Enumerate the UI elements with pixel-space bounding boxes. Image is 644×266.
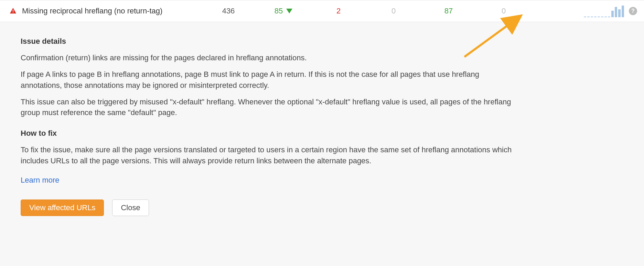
- details-paragraph: Confirmation (return) links are missing …: [21, 52, 516, 63]
- details-paragraph: If page A links to page B in hreflang an…: [21, 69, 516, 91]
- fix-paragraph: To fix the issue, make sure all the page…: [21, 144, 516, 166]
- issue-row[interactable]: Missing reciprocal hreflang (no return-t…: [0, 0, 644, 22]
- svg-rect-1: [13, 12, 13, 13]
- view-affected-urls-button[interactable]: View affected URLs: [21, 200, 104, 216]
- col-added-value: 85: [275, 7, 283, 16]
- warning-icon: [8, 7, 18, 15]
- issue-name: Missing reciprocal hreflang (no return-t…: [22, 7, 201, 16]
- col-total: 436: [201, 7, 256, 16]
- col-zero2: 0: [476, 7, 531, 16]
- details-paragraph: This issue can also be triggered by misu…: [21, 96, 516, 119]
- svg-rect-0: [13, 10, 13, 11]
- close-button[interactable]: Close: [112, 200, 149, 216]
- col-green2: 87: [421, 7, 476, 16]
- how-to-fix-heading: How to fix: [21, 128, 516, 139]
- actions-row: View affected URLs Close: [21, 200, 516, 216]
- col-added: 85: [256, 7, 311, 16]
- help-icon[interactable]: ?: [629, 7, 637, 15]
- sparkline-chart[interactable]: [584, 5, 624, 17]
- caret-down-icon: [286, 9, 292, 13]
- issue-details-panel: Issue details Confirmation (return) link…: [0, 22, 537, 233]
- col-zero1: 0: [366, 7, 421, 16]
- issue-details-heading: Issue details: [21, 36, 516, 47]
- col-new: 2: [311, 7, 366, 16]
- learn-more-link[interactable]: Learn more: [21, 175, 60, 186]
